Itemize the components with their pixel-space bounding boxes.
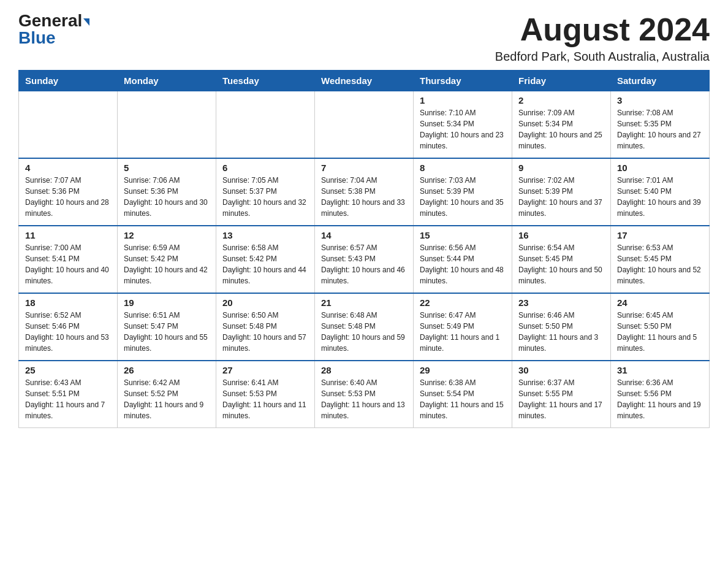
col-header-monday: Monday (118, 71, 216, 91)
day-number: 20 (222, 297, 308, 308)
day-number: 23 (518, 297, 604, 308)
day-info: Sunrise: 7:03 AM Sunset: 5:39 PM Dayligh… (420, 175, 506, 219)
day-info: Sunrise: 6:51 AM Sunset: 5:47 PM Dayligh… (124, 310, 210, 354)
day-info: Sunrise: 6:45 AM Sunset: 5:50 PM Dayligh… (617, 310, 703, 354)
location-title: Bedford Park, South Australia, Australia (495, 50, 710, 64)
day-info: Sunrise: 6:59 AM Sunset: 5:42 PM Dayligh… (124, 242, 210, 286)
calendar-cell (19, 91, 118, 159)
logo-triangle-icon (83, 18, 89, 26)
logo-area: General Blue (18, 12, 89, 47)
calendar-cell: 17Sunrise: 6:53 AM Sunset: 5:45 PM Dayli… (611, 226, 710, 293)
calendar-cell: 30Sunrise: 6:37 AM Sunset: 5:55 PM Dayli… (512, 361, 611, 428)
day-number: 31 (617, 365, 703, 375)
calendar-cell: 9Sunrise: 7:02 AM Sunset: 5:39 PM Daylig… (512, 158, 611, 226)
title-area: August 2024 Bedford Park, South Australi… (495, 12, 710, 64)
day-info: Sunrise: 7:09 AM Sunset: 5:34 PM Dayligh… (518, 107, 604, 151)
day-number: 10 (617, 163, 703, 173)
day-info: Sunrise: 7:08 AM Sunset: 5:35 PM Dayligh… (617, 107, 703, 151)
day-info: Sunrise: 6:53 AM Sunset: 5:45 PM Dayligh… (617, 242, 703, 286)
day-number: 17 (617, 230, 703, 240)
calendar-cell: 14Sunrise: 6:57 AM Sunset: 5:43 PM Dayli… (315, 226, 414, 293)
day-number: 30 (518, 365, 604, 375)
calendar-cell: 13Sunrise: 6:58 AM Sunset: 5:42 PM Dayli… (216, 226, 315, 293)
day-number: 3 (617, 95, 703, 105)
day-number: 4 (25, 163, 111, 173)
day-info: Sunrise: 6:36 AM Sunset: 5:56 PM Dayligh… (617, 377, 703, 421)
day-info: Sunrise: 6:40 AM Sunset: 5:53 PM Dayligh… (321, 377, 407, 421)
calendar-cell: 4Sunrise: 7:07 AM Sunset: 5:36 PM Daylig… (19, 158, 118, 226)
day-info: Sunrise: 6:42 AM Sunset: 5:52 PM Dayligh… (124, 377, 210, 421)
calendar-cell: 24Sunrise: 6:45 AM Sunset: 5:50 PM Dayli… (611, 293, 710, 361)
day-number: 18 (25, 297, 111, 308)
day-number: 13 (222, 230, 308, 240)
day-number: 15 (420, 230, 506, 240)
calendar-cell: 25Sunrise: 6:43 AM Sunset: 5:51 PM Dayli… (19, 361, 118, 428)
day-info: Sunrise: 6:57 AM Sunset: 5:43 PM Dayligh… (321, 242, 407, 286)
logo-blue: Blue (18, 28, 56, 47)
day-info: Sunrise: 7:02 AM Sunset: 5:39 PM Dayligh… (518, 175, 604, 219)
day-number: 25 (25, 365, 111, 375)
col-header-wednesday: Wednesday (315, 71, 414, 91)
day-number: 14 (321, 230, 407, 240)
day-info: Sunrise: 7:04 AM Sunset: 5:38 PM Dayligh… (321, 175, 407, 219)
day-number: 9 (518, 163, 604, 173)
day-number: 16 (518, 230, 604, 240)
calendar-week-row: 4Sunrise: 7:07 AM Sunset: 5:36 PM Daylig… (19, 158, 710, 226)
month-title: August 2024 (495, 12, 710, 47)
logo: General Blue (18, 12, 89, 47)
calendar-cell: 5Sunrise: 7:06 AM Sunset: 5:36 PM Daylig… (118, 158, 216, 226)
day-number: 28 (321, 365, 407, 375)
day-number: 7 (321, 163, 407, 173)
day-number: 29 (420, 365, 506, 375)
day-info: Sunrise: 6:37 AM Sunset: 5:55 PM Dayligh… (518, 377, 604, 421)
day-info: Sunrise: 6:48 AM Sunset: 5:48 PM Dayligh… (321, 310, 407, 354)
day-info: Sunrise: 7:06 AM Sunset: 5:36 PM Dayligh… (124, 175, 210, 219)
calendar-cell: 15Sunrise: 6:56 AM Sunset: 5:44 PM Dayli… (414, 226, 512, 293)
day-info: Sunrise: 7:10 AM Sunset: 5:34 PM Dayligh… (420, 107, 506, 151)
calendar-cell: 18Sunrise: 6:52 AM Sunset: 5:46 PM Dayli… (19, 293, 118, 361)
calendar-cell: 7Sunrise: 7:04 AM Sunset: 5:38 PM Daylig… (315, 158, 414, 226)
calendar-table: SundayMondayTuesdayWednesdayThursdayFrid… (18, 70, 710, 428)
calendar-cell: 6Sunrise: 7:05 AM Sunset: 5:37 PM Daylig… (216, 158, 315, 226)
day-info: Sunrise: 6:54 AM Sunset: 5:45 PM Dayligh… (518, 242, 604, 286)
day-info: Sunrise: 7:01 AM Sunset: 5:40 PM Dayligh… (617, 175, 703, 219)
calendar-cell (315, 91, 414, 159)
calendar-week-row: 25Sunrise: 6:43 AM Sunset: 5:51 PM Dayli… (19, 361, 710, 428)
day-number: 24 (617, 297, 703, 308)
day-number: 11 (25, 230, 111, 240)
day-number: 26 (124, 365, 210, 375)
day-number: 1 (420, 95, 506, 105)
day-number: 12 (124, 230, 210, 240)
calendar-cell: 21Sunrise: 6:48 AM Sunset: 5:48 PM Dayli… (315, 293, 414, 361)
calendar-cell: 23Sunrise: 6:46 AM Sunset: 5:50 PM Dayli… (512, 293, 611, 361)
col-header-sunday: Sunday (19, 71, 118, 91)
calendar-cell (216, 91, 315, 159)
day-info: Sunrise: 6:56 AM Sunset: 5:44 PM Dayligh… (420, 242, 506, 286)
calendar-cell: 1Sunrise: 7:10 AM Sunset: 5:34 PM Daylig… (414, 91, 512, 159)
day-number: 2 (518, 95, 604, 105)
calendar-cell: 11Sunrise: 7:00 AM Sunset: 5:41 PM Dayli… (19, 226, 118, 293)
calendar-cell: 28Sunrise: 6:40 AM Sunset: 5:53 PM Dayli… (315, 361, 414, 428)
day-info: Sunrise: 7:07 AM Sunset: 5:36 PM Dayligh… (25, 175, 111, 219)
col-header-friday: Friday (512, 71, 611, 91)
day-info: Sunrise: 7:00 AM Sunset: 5:41 PM Dayligh… (25, 242, 111, 286)
calendar-cell: 16Sunrise: 6:54 AM Sunset: 5:45 PM Dayli… (512, 226, 611, 293)
day-info: Sunrise: 6:47 AM Sunset: 5:49 PM Dayligh… (420, 310, 506, 354)
day-info: Sunrise: 6:58 AM Sunset: 5:42 PM Dayligh… (222, 242, 308, 286)
day-number: 5 (124, 163, 210, 173)
day-number: 21 (321, 297, 407, 308)
day-info: Sunrise: 6:38 AM Sunset: 5:54 PM Dayligh… (420, 377, 506, 421)
day-info: Sunrise: 7:05 AM Sunset: 5:37 PM Dayligh… (222, 175, 308, 219)
calendar-cell (118, 91, 216, 159)
calendar-cell: 29Sunrise: 6:38 AM Sunset: 5:54 PM Dayli… (414, 361, 512, 428)
day-info: Sunrise: 6:52 AM Sunset: 5:46 PM Dayligh… (25, 310, 111, 354)
calendar-cell: 2Sunrise: 7:09 AM Sunset: 5:34 PM Daylig… (512, 91, 611, 159)
calendar-header-row: SundayMondayTuesdayWednesdayThursdayFrid… (19, 71, 710, 91)
calendar-cell: 20Sunrise: 6:50 AM Sunset: 5:48 PM Dayli… (216, 293, 315, 361)
calendar-cell: 3Sunrise: 7:08 AM Sunset: 5:35 PM Daylig… (611, 91, 710, 159)
calendar-week-row: 11Sunrise: 7:00 AM Sunset: 5:41 PM Dayli… (19, 226, 710, 293)
day-number: 19 (124, 297, 210, 308)
col-header-saturday: Saturday (611, 71, 710, 91)
day-info: Sunrise: 6:50 AM Sunset: 5:48 PM Dayligh… (222, 310, 308, 354)
calendar-cell: 10Sunrise: 7:01 AM Sunset: 5:40 PM Dayli… (611, 158, 710, 226)
